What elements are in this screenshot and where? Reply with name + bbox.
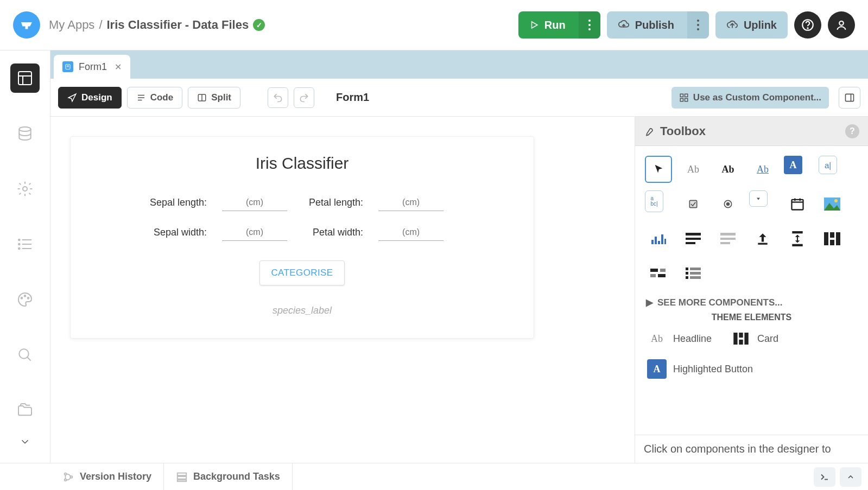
- svg-rect-57: [720, 238, 736, 240]
- close-tab-icon[interactable]: ✕: [115, 62, 122, 72]
- component-link[interactable]: Ab: [749, 156, 776, 183]
- outline-button[interactable]: [10, 230, 40, 259]
- categorise-button[interactable]: CATEGORISE: [259, 260, 344, 285]
- publish-label: Publish: [635, 19, 674, 31]
- svg-rect-84: [178, 476, 187, 479]
- top-bar: My Apps / Iris Classifier - Data Files ✓…: [0, 0, 868, 50]
- svg-rect-48: [651, 240, 654, 244]
- publish-menu-button[interactable]: [687, 11, 709, 39]
- component-datepicker[interactable]: [784, 190, 811, 218]
- component-bold-label[interactable]: Ab: [714, 156, 742, 183]
- svg-rect-59: [758, 243, 767, 245]
- redo-button[interactable]: [294, 87, 314, 108]
- sepal-length-input[interactable]: [222, 194, 287, 211]
- app-name[interactable]: Iris Classifier - Data Files: [107, 18, 249, 32]
- svg-point-81: [65, 479, 67, 481]
- svg-point-46: [834, 199, 838, 202]
- svg-rect-27: [685, 94, 687, 97]
- svg-rect-54: [686, 238, 701, 240]
- component-textbox[interactable]: a|: [819, 156, 837, 174]
- form-preview[interactable]: Iris Classifier Sepal length: Petal leng…: [70, 136, 534, 339]
- theme-card[interactable]: Card: [731, 329, 778, 348]
- theme-highlighted-button[interactable]: A Highlighted Button: [647, 359, 753, 379]
- app-browser-button[interactable]: [10, 63, 40, 93]
- left-rail: [0, 50, 50, 463]
- search-button[interactable]: [10, 340, 40, 370]
- svg-rect-62: [824, 232, 828, 245]
- sepal-width-input[interactable]: [222, 224, 287, 241]
- svg-rect-79: [744, 333, 748, 345]
- data-tables-button[interactable]: [10, 119, 40, 148]
- tab-form1[interactable]: Form1 ✕: [54, 55, 130, 79]
- wrench-icon: [644, 126, 655, 137]
- svg-rect-53: [686, 233, 701, 236]
- component-flowpanel[interactable]: [645, 260, 672, 287]
- component-radiobutton[interactable]: [714, 190, 742, 218]
- form-file-icon: [62, 61, 73, 72]
- code-label: Code: [150, 92, 174, 103]
- component-dropdown[interactable]: [749, 190, 768, 207]
- component-checkbox[interactable]: [680, 190, 707, 218]
- svg-rect-75: [690, 276, 701, 279]
- svg-point-14: [24, 295, 26, 297]
- background-tasks-tab[interactable]: Background Tasks: [164, 463, 293, 490]
- version-history-tab[interactable]: Version History: [50, 463, 164, 490]
- component-spacer[interactable]: [784, 225, 811, 252]
- breadcrumb-root[interactable]: My Apps: [49, 18, 94, 32]
- collapse-rail-button[interactable]: [10, 427, 40, 456]
- svg-rect-66: [650, 269, 658, 272]
- petal-width-label: Petal width:: [309, 227, 368, 238]
- component-button[interactable]: A: [784, 156, 802, 174]
- toolbox-hint: Click on components in the designer to: [635, 435, 868, 463]
- run-button[interactable]: Run: [518, 11, 600, 39]
- component-fileloader[interactable]: [749, 225, 776, 252]
- theme-elements-heading: THEME ELEMENTS: [642, 313, 861, 322]
- component-richtext[interactable]: [680, 225, 707, 252]
- component-repeatingpanel[interactable]: [680, 260, 707, 287]
- anvil-logo[interactable]: [13, 11, 40, 39]
- theme-button[interactable]: [10, 285, 40, 314]
- svg-point-34: [727, 203, 730, 206]
- theme-card-label: Card: [757, 333, 778, 345]
- help-button[interactable]: [794, 11, 821, 39]
- svg-rect-78: [739, 340, 743, 345]
- petal-width-input[interactable]: [378, 224, 443, 241]
- account-button[interactable]: [828, 11, 855, 39]
- tab-label: Form1: [79, 61, 107, 73]
- svg-marker-0: [531, 22, 537, 28]
- svg-rect-60: [792, 231, 802, 233]
- files-button[interactable]: [10, 396, 40, 425]
- svg-rect-74: [686, 276, 688, 279]
- form-title: Iris Classifier: [92, 154, 512, 173]
- use-as-custom-component-button[interactable]: Use as Custom Component...: [671, 87, 829, 109]
- split-view-button[interactable]: Split: [188, 87, 240, 109]
- theme-headline[interactable]: Ab Headline: [647, 329, 712, 348]
- design-view-button[interactable]: Design: [58, 87, 122, 109]
- svg-marker-35: [757, 198, 760, 200]
- uplink-button[interactable]: Uplink: [715, 11, 788, 39]
- component-datagrid[interactable]: [714, 225, 742, 252]
- component-plot[interactable]: [645, 225, 672, 252]
- settings-button[interactable]: [10, 174, 40, 203]
- component-textarea[interactable]: abc|: [645, 190, 663, 212]
- svg-point-12: [18, 248, 20, 250]
- collapse-bottom-button[interactable]: [840, 467, 861, 487]
- toggle-panel-button[interactable]: [839, 87, 860, 109]
- console-button[interactable]: [814, 467, 835, 487]
- publish-button[interactable]: Publish: [607, 11, 709, 39]
- component-label[interactable]: Ab: [680, 156, 707, 183]
- svg-rect-49: [655, 237, 657, 244]
- component-columnpanel[interactable]: [819, 225, 846, 252]
- see-more-components[interactable]: ▶ SEE MORE COMPONENTS...: [646, 297, 861, 308]
- component-image[interactable]: [819, 190, 846, 218]
- undo-button[interactable]: [268, 87, 288, 108]
- run-menu-button[interactable]: [579, 11, 600, 39]
- component-pointer[interactable]: [645, 156, 672, 183]
- see-more-label: SEE MORE COMPONENTS...: [657, 297, 782, 308]
- toolbox-help-icon[interactable]: ?: [845, 124, 859, 138]
- saved-check-icon: ✓: [253, 19, 265, 31]
- toolbox-title: Toolbox: [660, 124, 706, 138]
- petal-length-input[interactable]: [378, 194, 443, 211]
- design-canvas[interactable]: Iris Classifier Sepal length: Petal leng…: [50, 117, 635, 463]
- code-view-button[interactable]: Code: [127, 87, 183, 109]
